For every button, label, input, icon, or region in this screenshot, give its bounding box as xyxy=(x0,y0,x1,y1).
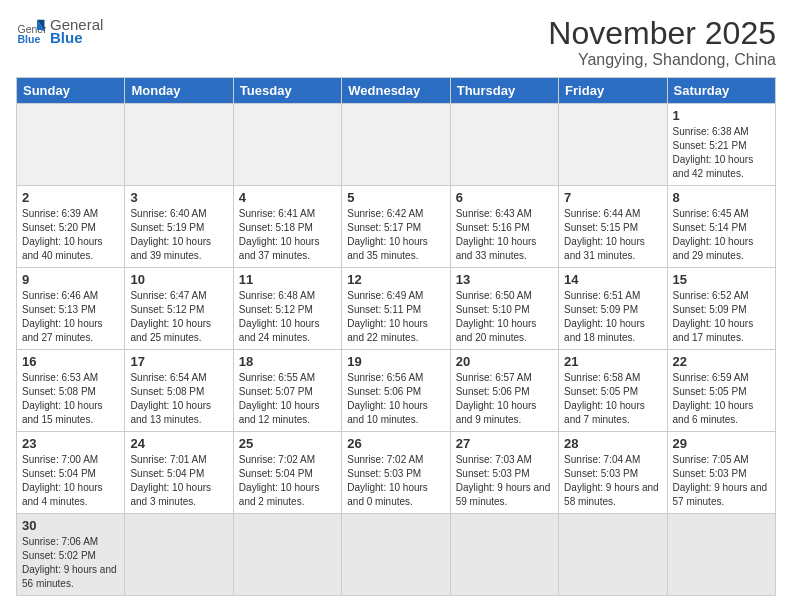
table-row: 29Sunrise: 7:05 AMSunset: 5:03 PMDayligh… xyxy=(667,432,775,514)
calendar-row: 9Sunrise: 6:46 AMSunset: 5:13 PMDaylight… xyxy=(17,268,776,350)
col-friday: Friday xyxy=(559,78,667,104)
col-tuesday: Tuesday xyxy=(233,78,341,104)
table-row xyxy=(17,104,125,186)
calendar-row: 23Sunrise: 7:00 AMSunset: 5:04 PMDayligh… xyxy=(17,432,776,514)
calendar-row: 2Sunrise: 6:39 AMSunset: 5:20 PMDaylight… xyxy=(17,186,776,268)
table-row: 21Sunrise: 6:58 AMSunset: 5:05 PMDayligh… xyxy=(559,350,667,432)
table-row: 17Sunrise: 6:54 AMSunset: 5:08 PMDayligh… xyxy=(125,350,233,432)
table-row: 9Sunrise: 6:46 AMSunset: 5:13 PMDaylight… xyxy=(17,268,125,350)
table-row xyxy=(125,104,233,186)
table-row: 19Sunrise: 6:56 AMSunset: 5:06 PMDayligh… xyxy=(342,350,450,432)
month-title: November 2025 xyxy=(548,16,776,51)
table-row: 16Sunrise: 6:53 AMSunset: 5:08 PMDayligh… xyxy=(17,350,125,432)
table-row: 8Sunrise: 6:45 AMSunset: 5:14 PMDaylight… xyxy=(667,186,775,268)
table-row: 11Sunrise: 6:48 AMSunset: 5:12 PMDayligh… xyxy=(233,268,341,350)
table-row: 6Sunrise: 6:43 AMSunset: 5:16 PMDaylight… xyxy=(450,186,558,268)
calendar-row: 16Sunrise: 6:53 AMSunset: 5:08 PMDayligh… xyxy=(17,350,776,432)
calendar-header-row: Sunday Monday Tuesday Wednesday Thursday… xyxy=(17,78,776,104)
table-row: 13Sunrise: 6:50 AMSunset: 5:10 PMDayligh… xyxy=(450,268,558,350)
table-row: 27Sunrise: 7:03 AMSunset: 5:03 PMDayligh… xyxy=(450,432,558,514)
logo-icon: General Blue xyxy=(16,16,46,46)
empty-cell xyxy=(342,514,450,596)
table-row: 14Sunrise: 6:51 AMSunset: 5:09 PMDayligh… xyxy=(559,268,667,350)
empty-cell xyxy=(559,514,667,596)
table-row: 4Sunrise: 6:41 AMSunset: 5:18 PMDaylight… xyxy=(233,186,341,268)
table-row: 1Sunrise: 6:38 AMSunset: 5:21 PMDaylight… xyxy=(667,104,775,186)
table-row: 5Sunrise: 6:42 AMSunset: 5:17 PMDaylight… xyxy=(342,186,450,268)
table-row: 18Sunrise: 6:55 AMSunset: 5:07 PMDayligh… xyxy=(233,350,341,432)
page-header: General Blue General Blue November 2025 … xyxy=(16,16,776,69)
table-row xyxy=(233,104,341,186)
table-row: 26Sunrise: 7:02 AMSunset: 5:03 PMDayligh… xyxy=(342,432,450,514)
calendar-table: Sunday Monday Tuesday Wednesday Thursday… xyxy=(16,77,776,596)
table-row: 28Sunrise: 7:04 AMSunset: 5:03 PMDayligh… xyxy=(559,432,667,514)
table-row: 10Sunrise: 6:47 AMSunset: 5:12 PMDayligh… xyxy=(125,268,233,350)
table-row: 23Sunrise: 7:00 AMSunset: 5:04 PMDayligh… xyxy=(17,432,125,514)
table-row: 12Sunrise: 6:49 AMSunset: 5:11 PMDayligh… xyxy=(342,268,450,350)
table-row: 25Sunrise: 7:02 AMSunset: 5:04 PMDayligh… xyxy=(233,432,341,514)
title-area: November 2025 Yangying, Shandong, China xyxy=(548,16,776,69)
empty-cell xyxy=(125,514,233,596)
col-thursday: Thursday xyxy=(450,78,558,104)
calendar-row: 1Sunrise: 6:38 AMSunset: 5:21 PMDaylight… xyxy=(17,104,776,186)
calendar-row: 30Sunrise: 7:06 AMSunset: 5:02 PMDayligh… xyxy=(17,514,776,596)
svg-text:Blue: Blue xyxy=(18,33,41,45)
location-title: Yangying, Shandong, China xyxy=(548,51,776,69)
table-row: 22Sunrise: 6:59 AMSunset: 5:05 PMDayligh… xyxy=(667,350,775,432)
table-row: 20Sunrise: 6:57 AMSunset: 5:06 PMDayligh… xyxy=(450,350,558,432)
table-row: 2Sunrise: 6:39 AMSunset: 5:20 PMDaylight… xyxy=(17,186,125,268)
table-row xyxy=(342,104,450,186)
col-monday: Monday xyxy=(125,78,233,104)
table-row: 30Sunrise: 7:06 AMSunset: 5:02 PMDayligh… xyxy=(17,514,125,596)
col-sunday: Sunday xyxy=(17,78,125,104)
col-wednesday: Wednesday xyxy=(342,78,450,104)
table-row xyxy=(559,104,667,186)
table-row xyxy=(450,104,558,186)
table-row: 3Sunrise: 6:40 AMSunset: 5:19 PMDaylight… xyxy=(125,186,233,268)
col-saturday: Saturday xyxy=(667,78,775,104)
table-row: 24Sunrise: 7:01 AMSunset: 5:04 PMDayligh… xyxy=(125,432,233,514)
logo: General Blue General Blue xyxy=(16,16,103,46)
empty-cell xyxy=(450,514,558,596)
table-row: 7Sunrise: 6:44 AMSunset: 5:15 PMDaylight… xyxy=(559,186,667,268)
empty-cell xyxy=(667,514,775,596)
table-row: 15Sunrise: 6:52 AMSunset: 5:09 PMDayligh… xyxy=(667,268,775,350)
empty-cell xyxy=(233,514,341,596)
